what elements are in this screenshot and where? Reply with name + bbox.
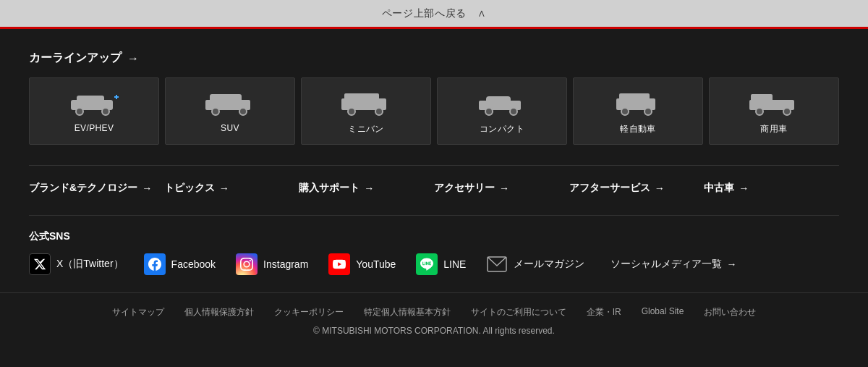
nav-after-service-arrow: →: [655, 182, 665, 194]
nav-after-service-label: アフターサービス: [569, 182, 650, 195]
svg-point-12: [348, 108, 355, 115]
bottom-link-specific-info[interactable]: 特定個人情報基本方針: [364, 306, 451, 319]
car-lineup-title: カーラインアップ: [29, 51, 122, 66]
bottom-links: サイトマップ 個人情報保護方針 クッキーポリシー 特定個人情報基本方針 サイトの…: [29, 306, 839, 319]
nav-purchase-arrow: →: [364, 182, 374, 194]
car-label-kei: 軽自動車: [620, 123, 655, 135]
sns-youtube-label: YouTube: [356, 258, 396, 270]
svg-point-25: [783, 108, 791, 115]
svg-rect-11: [344, 93, 379, 103]
nav-used-car[interactable]: 中古車 →: [704, 182, 839, 195]
bottom-link-sitemap[interactable]: サイトマップ: [112, 306, 164, 319]
mail-icon: [486, 253, 508, 275]
sns-line-label: LINE: [443, 258, 466, 270]
sns-mail[interactable]: メールマガジン: [486, 253, 584, 275]
back-to-top-label: ページ上部へ戻る ∧: [382, 7, 487, 20]
instagram-icon: [236, 253, 258, 275]
sns-twitter-label: X（旧Twitter）: [56, 258, 124, 271]
bottom-link-ir[interactable]: 企業・IR: [587, 306, 621, 319]
car-lineup-heading: カーラインアップ →: [29, 51, 839, 66]
svg-point-13: [375, 108, 383, 115]
sns-twitter[interactable]: X（旧Twitter）: [29, 253, 124, 275]
nav-topics-label: トピックス: [164, 182, 215, 195]
sns-mail-label: メールマガジン: [514, 258, 584, 271]
sns-more-link[interactable]: ソーシャルメディア一覧 →: [610, 258, 736, 271]
bottom-link-cookie[interactable]: クッキーポリシー: [274, 306, 344, 319]
sns-youtube[interactable]: YouTube: [328, 253, 396, 275]
car-label-compact: コンパクト: [480, 123, 524, 135]
car-label-commercial: 商用車: [760, 123, 787, 135]
svg-rect-1: [77, 96, 104, 104]
car-label-suv: SUV: [221, 123, 239, 133]
nav-used-car-arrow: →: [739, 182, 749, 194]
sns-title: 公式SNS: [29, 230, 839, 243]
bottom-link-global[interactable]: Global Site: [642, 306, 684, 319]
car-lineup-arrow: →: [127, 52, 139, 65]
svg-point-21: [644, 108, 652, 115]
nav-brand-tech-label: ブランド&テクノロジー: [29, 182, 137, 195]
back-to-top-bar[interactable]: ページ上部へ戻る ∧: [0, 0, 868, 29]
sns-more-arrow: →: [726, 258, 736, 270]
nav-purchase[interactable]: 購入サポート →: [299, 182, 434, 195]
facebook-icon: [144, 253, 166, 275]
car-card-kei[interactable]: 軽自動車: [573, 77, 703, 145]
nav-accessories-label: アクセサリー: [434, 182, 495, 195]
car-label-ev-phev: EV/PHEV: [75, 123, 114, 133]
nav-links-row: ブランド&テクノロジー → トピックス → 購入サポート → アクセサリー → …: [29, 165, 839, 195]
bottom-link-contact[interactable]: お問い合わせ: [704, 306, 756, 319]
compact-icon: [473, 90, 531, 116]
car-card-suv[interactable]: SUV: [165, 77, 295, 145]
footer-bottom: サイトマップ 個人情報保護方針 クッキーポリシー 特定個人情報基本方針 サイトの…: [0, 292, 868, 349]
bottom-link-terms[interactable]: サイトのご利用について: [471, 306, 566, 319]
car-grid: EV/PHEV SUV ミニバン: [29, 77, 839, 145]
nav-after-service[interactable]: アフターサービス →: [569, 182, 705, 195]
nav-used-car-label: 中古車: [704, 182, 734, 195]
sns-facebook-label: Facebook: [171, 258, 216, 270]
svg-point-3: [102, 108, 109, 115]
car-label-minivan: ミニバン: [348, 123, 383, 135]
svg-point-8: [212, 108, 219, 115]
line-icon: [416, 253, 438, 275]
car-card-compact[interactable]: コンパクト: [437, 77, 567, 145]
sns-more-label: ソーシャルメディア一覧: [610, 258, 722, 271]
sns-section: 公式SNS X（旧Twitter） Facebook: [29, 215, 839, 275]
minivan-icon: [337, 90, 395, 116]
svg-point-24: [756, 108, 763, 115]
svg-point-2: [76, 108, 83, 115]
svg-point-16: [485, 108, 493, 115]
svg-rect-7: [210, 94, 242, 104]
svg-point-20: [621, 108, 629, 115]
nav-accessories[interactable]: アクセサリー →: [434, 182, 569, 195]
sns-facebook[interactable]: Facebook: [144, 253, 216, 275]
nav-topics-arrow: →: [219, 182, 229, 194]
x-icon: [29, 253, 51, 275]
svg-rect-15: [486, 96, 511, 105]
copyright-text: © MITSUBISHI MOTORS CORPORATION. All rig…: [29, 326, 839, 336]
footer-main: カーラインアップ → EV/PHEV SUV: [0, 29, 868, 275]
nav-purchase-label: 購入サポート: [299, 182, 359, 195]
suv-icon: [201, 90, 259, 116]
car-card-minivan[interactable]: ミニバン: [301, 77, 431, 145]
nav-brand-tech-arrow: →: [142, 182, 152, 194]
sns-line[interactable]: LINE: [416, 253, 466, 275]
svg-point-17: [510, 108, 517, 115]
svg-rect-19: [619, 93, 650, 103]
nav-topics[interactable]: トピックス →: [164, 182, 299, 195]
svg-point-9: [239, 108, 247, 115]
nav-brand-tech[interactable]: ブランド&テクノロジー →: [29, 182, 164, 195]
youtube-icon: [328, 253, 350, 275]
svg-rect-23: [751, 94, 773, 104]
sns-instagram[interactable]: Instagram: [236, 253, 308, 275]
car-card-commercial[interactable]: 商用車: [709, 77, 839, 145]
sns-instagram-label: Instagram: [263, 258, 308, 270]
car-card-ev-phev[interactable]: EV/PHEV: [29, 77, 159, 145]
ev-phev-icon: [65, 90, 123, 116]
commercial-icon: [745, 90, 803, 116]
bottom-link-privacy[interactable]: 個人情報保護方針: [184, 306, 254, 319]
nav-accessories-arrow: →: [499, 182, 509, 194]
sns-links: X（旧Twitter） Facebook Instagram: [29, 253, 839, 275]
kei-icon: [609, 90, 667, 116]
